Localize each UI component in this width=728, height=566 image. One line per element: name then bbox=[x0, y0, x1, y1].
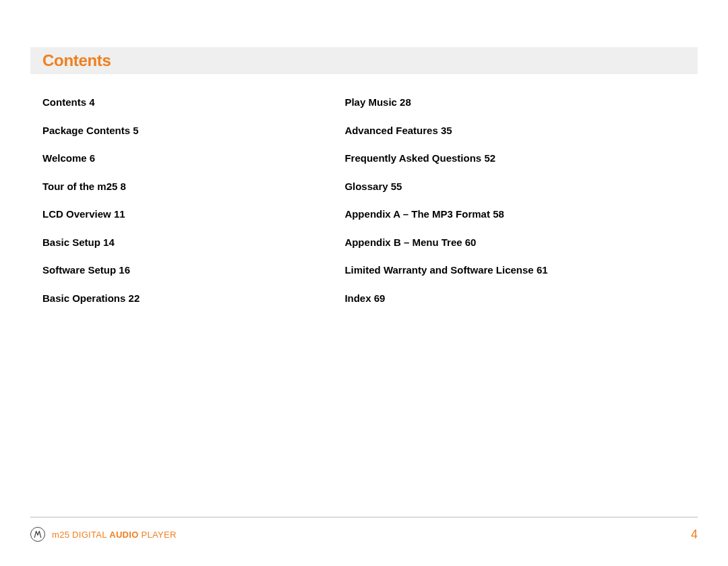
toc-label: Tour of the m25 bbox=[42, 181, 117, 192]
title-bar: Contents bbox=[30, 47, 698, 74]
toc-label: LCD Overview bbox=[42, 208, 111, 220]
toc-page: 8 bbox=[121, 181, 126, 192]
toc-label: Appendix A – The MP3 Format bbox=[344, 208, 490, 220]
toc-label: Basic Setup bbox=[42, 237, 100, 248]
toc-page: 60 bbox=[465, 237, 477, 248]
toc-page: 28 bbox=[400, 96, 411, 108]
toc-label: Limited Warranty and Software License bbox=[344, 264, 533, 276]
toc-columns: Contents 4 Package Contents 5 Welcome 6 … bbox=[30, 96, 698, 319]
page-number: 4 bbox=[691, 528, 698, 542]
toc-label: Index bbox=[344, 292, 371, 304]
footer-product-name: m25 DIGITAL AUDIO PLAYER bbox=[52, 530, 177, 540]
toc-entry[interactable]: LCD Overview 11 bbox=[42, 208, 344, 221]
toc-label: Play Music bbox=[344, 96, 397, 108]
toc-entry[interactable]: Limited Warranty and Software License 61 bbox=[344, 263, 686, 277]
toc-entry[interactable]: Advanced Features 35 bbox=[344, 124, 686, 137]
page-footer: m25 DIGITAL AUDIO PLAYER 4 bbox=[30, 517, 698, 542]
toc-entry[interactable]: Glossary 55 bbox=[344, 180, 686, 193]
toc-page: 58 bbox=[493, 208, 504, 220]
toc-right-column: Play Music 28 Advanced Features 35 Frequ… bbox=[344, 96, 686, 319]
toc-page: 16 bbox=[119, 264, 130, 276]
toc-page: 52 bbox=[484, 152, 495, 164]
toc-entry[interactable]: Welcome 6 bbox=[42, 152, 344, 165]
toc-entry[interactable]: Index 69 bbox=[344, 292, 686, 305]
toc-label: Frequently Asked Questions bbox=[344, 152, 481, 164]
toc-page: 14 bbox=[103, 237, 115, 248]
toc-entry[interactable]: Appendix B – Menu Tree 60 bbox=[344, 236, 686, 249]
toc-page: 6 bbox=[90, 152, 95, 164]
toc-label: Basic Operations bbox=[42, 292, 125, 304]
toc-page: 55 bbox=[391, 181, 402, 192]
toc-label: Software Setup bbox=[42, 264, 116, 276]
toc-page: 35 bbox=[441, 125, 452, 136]
toc-label: Contents bbox=[42, 96, 86, 108]
motorola-logo-icon bbox=[30, 527, 45, 542]
toc-entry[interactable]: Basic Setup 14 bbox=[42, 236, 344, 249]
footer-suffix: PLAYER bbox=[139, 530, 177, 540]
toc-page: 11 bbox=[114, 208, 125, 220]
toc-page: 5 bbox=[133, 125, 138, 136]
toc-entry[interactable]: Appendix A – The MP3 Format 58 bbox=[344, 208, 686, 221]
toc-label: Welcome bbox=[42, 152, 87, 164]
toc-page: 22 bbox=[129, 292, 140, 304]
toc-page: 61 bbox=[537, 264, 548, 276]
toc-entry[interactable]: Contents 4 bbox=[42, 96, 344, 109]
footer-prefix: m25 DIGITAL bbox=[52, 530, 109, 540]
toc-label: Glossary bbox=[344, 181, 388, 192]
page-title: Contents bbox=[42, 51, 686, 70]
toc-entry[interactable]: Basic Operations 22 bbox=[42, 292, 344, 305]
footer-bold: AUDIO bbox=[109, 530, 138, 540]
footer-left: m25 DIGITAL AUDIO PLAYER bbox=[30, 527, 177, 542]
toc-entry[interactable]: Package Contents 5 bbox=[42, 124, 344, 137]
toc-entry[interactable]: Tour of the m25 8 bbox=[42, 180, 344, 193]
toc-label: Package Contents bbox=[42, 125, 130, 136]
toc-page: 4 bbox=[89, 96, 94, 108]
toc-entry[interactable]: Play Music 28 bbox=[344, 96, 686, 109]
toc-page: 69 bbox=[374, 292, 386, 304]
toc-entry[interactable]: Frequently Asked Questions 52 bbox=[344, 152, 686, 165]
toc-left-column: Contents 4 Package Contents 5 Welcome 6 … bbox=[42, 96, 344, 319]
toc-entry[interactable]: Software Setup 16 bbox=[42, 263, 344, 277]
toc-label: Appendix B – Menu Tree bbox=[344, 237, 462, 248]
toc-label: Advanced Features bbox=[344, 125, 437, 136]
